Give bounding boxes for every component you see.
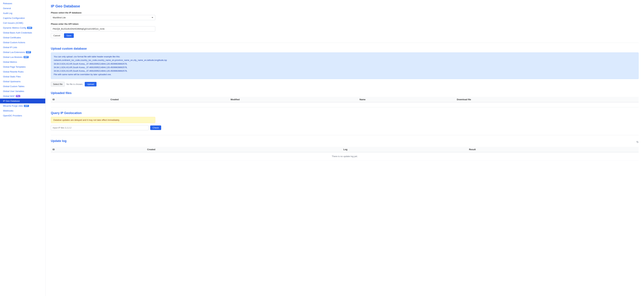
sidebar-item-global-ip-lists[interactable]: Global IP Lists [0, 45, 45, 50]
update-log-header-row: ID Created Log Result [51, 147, 638, 152]
col-id: ID [51, 97, 109, 102]
info-line3: 34.64.0.0/24,AS,KR,South Korea,,,37.4691… [54, 62, 636, 66]
sidebar-item-global-page-templates[interactable]: Global Page Templates [0, 64, 45, 69]
sidebar-item-label: Global Static Files [3, 75, 21, 78]
update-log-empty-row: There is no update log yet. [51, 152, 638, 160]
update-log-tbody: There is no update log yet. [51, 152, 638, 160]
info-line5: 34.64.2.0/24,AS,KR,South Korea,,,37.4691… [54, 69, 636, 73]
sidebar-item-label: IP Geo Database [3, 100, 20, 102]
sidebar-item-label: Global IP Lists [3, 46, 17, 49]
query-ip-input[interactable] [51, 125, 148, 130]
sidebar-badge: ENT [24, 105, 29, 107]
file-select-row: Select file No file is chosen. Upload [51, 82, 638, 87]
upload-section-title: Upload custom database [51, 47, 638, 50]
main-content: IP Geo Database Please select the IP dat… [46, 0, 644, 296]
col-name: Name [358, 97, 455, 102]
sidebar-item-ip-geo-database[interactable]: IP Geo Database [0, 99, 45, 103]
uploaded-files-thead: ID Created Modified Name Download file [51, 97, 638, 102]
sidebar-item-label: Releases [3, 2, 12, 5]
select-file-button[interactable]: Select file [51, 82, 65, 87]
api-token-input[interactable] [51, 26, 155, 31]
sidebar-item-label: Global Certificates [3, 36, 21, 39]
sidebar-item-label: Cert Issuers (ACME) [3, 22, 23, 24]
sidebar-item-label: Global Page Templates [3, 66, 26, 68]
upload-section: Upload custom database You can only uplo… [51, 47, 638, 87]
divider-2 [51, 107, 638, 107]
sidebar-item-openidc-providers[interactable]: OpenIDC Providers [0, 113, 45, 118]
divider-1 [51, 43, 638, 43]
sidebar-item-mlcache-purge-jobs[interactable]: Mlcache Purge JobsENT [0, 103, 45, 108]
sidebar-item-label: Global Lua Modules [3, 56, 22, 58]
query-section-title: Query IP Geolocation [51, 111, 638, 115]
col-download: Download file [455, 97, 638, 102]
info-line4: 34.64.1.0/24,AS,KR,South Korea,,,37.4691… [54, 66, 636, 69]
sidebar-item-global-lua-extensions[interactable]: Global Lua ExtensionsENT [0, 50, 45, 55]
sidebar-item-label: Global Custom Tables [3, 85, 24, 88]
sidebar-badge: Pro [16, 95, 20, 97]
sidebar-item-global-custom-tables[interactable]: Global Custom Tables [0, 84, 45, 89]
sidebar-item-global-metrics[interactable]: Global Metrics [0, 60, 45, 64]
sidebar-item-global-static-files[interactable]: Global Static Files [0, 74, 45, 79]
sidebar-item-global-lua-modules[interactable]: Global Lua ModulesENT [0, 55, 45, 60]
sidebar-item-global-certificates[interactable]: Global Certificates [0, 35, 45, 40]
sidebar-item-global-upstreams[interactable]: Global Upstreams [0, 79, 45, 84]
api-token-label: Please enter the API token: [51, 23, 638, 25]
sidebar-item-label: OpenIDC Providers [3, 114, 22, 117]
update-log-table: ID Created Log Result There is no update… [51, 147, 638, 160]
uploaded-files-table: ID Created Modified Name Download file [51, 97, 638, 102]
sidebar-badge: ENT [24, 56, 29, 58]
sidebar-item-releases[interactable]: Releases [0, 1, 45, 6]
sidebar-item-label: Global Rewrite Rules [3, 70, 24, 73]
divider-3 [51, 135, 638, 135]
uploaded-files-section: Uploaded files ID Created Modified Name … [51, 91, 638, 102]
sidebar-item-label: Global Upstreams [3, 80, 20, 83]
check-button[interactable]: Check [150, 126, 161, 130]
upload-button[interactable]: Upload [85, 82, 96, 86]
sidebar-item-global-user-variables[interactable]: Global User Variables [0, 89, 45, 94]
sidebar-item-label: Global User Variables [3, 90, 24, 93]
sidebar-item-global-basic-auth-credentials[interactable]: Global Basic Auth Credentials [0, 30, 45, 35]
sidebar-item-label: Webhooks [3, 110, 13, 112]
log-col-log: Log [342, 147, 467, 152]
sidebar-item-label: Mlcache Purge Jobs [3, 105, 23, 107]
sidebar-item-general[interactable]: General [0, 6, 45, 11]
sidebar-item-label: Global Lua Extensions [3, 51, 25, 53]
page-title: IP Geo Database [51, 4, 638, 8]
sidebar-item-global-rewrite-rules[interactable]: Global Rewrite Rules [0, 69, 45, 74]
select-label: Please select the IP database: [51, 11, 638, 14]
no-file-text: No file is chosen. [66, 83, 83, 85]
sidebar-item-global-waf[interactable]: Global WAFPro [0, 94, 45, 99]
sidebar-item-label: Audit Log [3, 12, 12, 14]
sidebar-item-dynamic-metrics-config[interactable]: Dynamic Metrics ConfigENT [0, 25, 45, 30]
sidebar-item-global-custom-actions[interactable]: Global Custom Actions [0, 40, 45, 45]
sidebar-item-label: Global Basic Auth Credentials [3, 31, 32, 34]
log-col-result: Result [467, 147, 638, 152]
ip-database-select[interactable]: MaxMind LiteMaxMind FullCustom [51, 15, 155, 20]
refresh-icon[interactable]: ↻ [636, 141, 638, 144]
query-section: Query IP Geolocation Databse updates are… [51, 111, 638, 130]
log-col-id: ID [51, 147, 146, 152]
update-log-header: Update log ↻ [51, 139, 638, 145]
uploaded-files-header-row: ID Created Modified Name Download file [51, 97, 638, 102]
sidebar-badge: ENT [27, 27, 32, 29]
sidebar-item-label: Captcha Configuration [3, 17, 25, 19]
log-col-created: Created [146, 147, 342, 152]
sidebar-item-captcha-configuration[interactable]: Captcha Configuration [0, 16, 45, 20]
sidebar-item-audit-log[interactable]: Audit Log [0, 11, 45, 16]
sidebar-item-label: Global Custom Actions [3, 41, 25, 44]
sidebar-item-webhooks[interactable]: Webhooks [0, 108, 45, 113]
query-warning-box: Databse updates are delayed and it may n… [51, 117, 155, 123]
sidebar-item-cert-issuers-(acme)[interactable]: Cert Issuers (ACME) [0, 20, 45, 25]
ip-database-section: Please select the IP database: MaxMind L… [51, 11, 638, 38]
sidebar-item-label: General [3, 7, 11, 9]
sidebar-item-label: Global Metrics [3, 61, 17, 63]
update-log-thead: ID Created Log Result [51, 147, 638, 152]
save-button[interactable]: Save [64, 33, 74, 38]
sidebar-badge: ENT [26, 51, 31, 53]
cancel-button[interactable]: Cancel [51, 33, 63, 38]
info-line2: network,continent_iso_code,country_iso_c… [54, 59, 636, 62]
query-row: Check [51, 125, 638, 130]
info-line1: You can only upload .csv format file wit… [54, 55, 636, 59]
sidebar: ReleasesGeneralAudit LogCaptcha Configur… [0, 0, 46, 296]
col-modified: Modified [229, 97, 358, 102]
